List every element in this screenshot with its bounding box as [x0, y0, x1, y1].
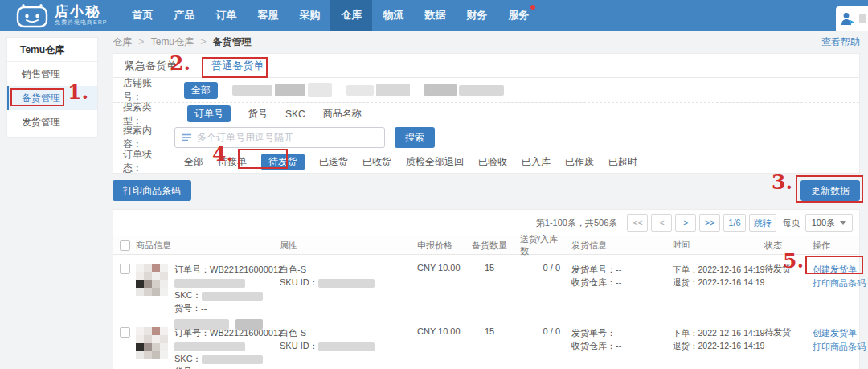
row-checkbox[interactable] [120, 264, 130, 274]
first-page-button[interactable]: << [627, 214, 648, 232]
nav-item-home[interactable]: 首页 [121, 0, 163, 31]
caret-down-icon [840, 221, 846, 225]
return-time: 退货：2022-12-16 14:19 [673, 339, 756, 352]
search-type-product-name[interactable]: 商品名称 [323, 107, 362, 121]
last-page-button[interactable]: >> [699, 214, 720, 232]
prev-page-button[interactable]: < [651, 214, 672, 232]
app-title: 店小秘 [55, 5, 107, 19]
attribute-value: 白色-S [280, 326, 417, 339]
status-badge: 待发货 [756, 263, 813, 275]
search-type-item-no[interactable]: 货号 [248, 107, 268, 121]
per-page-select[interactable]: 100条 [805, 214, 853, 232]
status-timed-out[interactable]: 已超时 [608, 155, 637, 169]
nav-item-logistics[interactable]: 物流 [372, 0, 414, 31]
order-number: 订单号：WB221216000012 [174, 326, 283, 339]
print-barcode-link[interactable]: 打印商品条码 [813, 340, 854, 354]
product-image [136, 264, 168, 296]
jump-page-button[interactable]: 跳转 [749, 214, 776, 232]
header-actions: 操作 [813, 240, 854, 252]
nav-item-label: 首页 [132, 8, 153, 23]
nav-item-label: 采购 [299, 8, 320, 23]
item-number: 货号：-- [174, 301, 283, 314]
sidebar-title: Temu仓库 [7, 38, 97, 62]
filter-panel: 紧急备货单 普通备货单 店铺账号： 全部 搜索类型： 订单号 货号 SKC 商品… [113, 53, 860, 174]
status-qc-all-returned[interactable]: 质检全部退回 [406, 155, 464, 169]
redacted-text [174, 279, 245, 288]
nav-item-label: 仓库 [341, 8, 362, 23]
nav-item-service-desk[interactable]: 客服 [247, 0, 289, 31]
nav-item-orders[interactable]: 订单 [205, 0, 247, 31]
breadcrumb-temu-warehouse[interactable]: Temu仓库 [151, 36, 194, 47]
search-button[interactable]: 搜索 [395, 127, 435, 148]
toolbar: 打印商品条码 更新数据 [113, 180, 860, 203]
create-shipment-link[interactable]: 创建发货单 [813, 326, 854, 340]
filter-search-type-row: 搜索类型： 订单号 货号 SKC 商品名称 [113, 102, 859, 125]
shop-all-chip[interactable]: 全部 [184, 82, 218, 99]
nav-item-products[interactable]: 产品 [163, 0, 205, 31]
search-input-wrapper [174, 127, 385, 148]
product-info-text: 订单号：WB221216000012 SKC： 货号：-- [174, 326, 283, 369]
print-barcode-button[interactable]: 打印商品条码 [113, 180, 191, 201]
nav-item-label: 财务 [466, 8, 487, 23]
notification-dot-icon [530, 5, 535, 10]
tab-normal-stocking[interactable]: 普通备货单 [211, 54, 264, 78]
pagination-summary: 第1-100条，共506条 [536, 217, 618, 229]
status-voided[interactable]: 已作废 [565, 155, 594, 169]
status-in-warehouse[interactable]: 已入库 [522, 155, 551, 169]
nav-item-label: 订单 [215, 8, 236, 23]
sidebar-item-stocking[interactable]: 备货管理 [7, 86, 97, 110]
user-icon [841, 12, 856, 26]
create-shipment-link[interactable]: 创建发货单 [813, 263, 854, 277]
search-type-skc[interactable]: SKC [285, 109, 305, 120]
nav-item-finance[interactable]: 财务 [456, 0, 497, 31]
search-input[interactable] [197, 132, 378, 143]
tab-urgent-stocking[interactable]: 紧急备货单 [125, 54, 177, 78]
nav-item-services[interactable]: 服务 [497, 0, 539, 31]
header-delivered-inbound: 送货/入库数 [514, 233, 563, 257]
status-pending-ship-chip[interactable]: 待发货 [261, 154, 305, 170]
status-delivered[interactable]: 已送货 [319, 155, 348, 169]
user-account-button[interactable] [836, 6, 868, 31]
order-status-label: 订单状态： [123, 148, 170, 175]
nav-item-warehouse[interactable]: 仓库 [330, 0, 372, 31]
help-link[interactable]: 查看帮助 [821, 31, 860, 53]
nav-item-data[interactable]: 数据 [414, 0, 456, 31]
filter-search-content-row: 搜索内容： 搜索 [113, 125, 859, 150]
refresh-data-button[interactable]: 更新数据 [800, 180, 860, 201]
sidebar-item-shipping[interactable]: 发货管理 [7, 110, 97, 134]
header-time: 时间 [668, 240, 756, 251]
nav-item-label: 产品 [174, 8, 194, 23]
app-logo[interactable]: 店小秘 免费跨境电商ERP [16, 2, 107, 28]
order-number: 订单号：WB221216000012 [174, 263, 283, 276]
table-row: 订单号：WB221216000012 SKC： 货号：-- 白色-S SKU I… [113, 255, 859, 318]
skc-label: SKC： [174, 354, 202, 363]
sku-id-label: SKU ID： [280, 277, 318, 287]
nav-item-purchasing[interactable]: 采购 [289, 0, 330, 31]
status-all[interactable]: 全部 [184, 155, 203, 169]
header-product-info: 商品信息 [136, 240, 276, 252]
next-page-button[interactable]: > [675, 214, 696, 232]
redacted-username [859, 14, 866, 23]
order-time: 下单：2022-12-16 14:19 [673, 263, 756, 276]
print-barcode-link[interactable]: 打印商品条码 [813, 277, 854, 290]
row-checkbox[interactable] [120, 327, 130, 338]
app-window: 店小秘 免费跨境电商ERP 首页 产品 订单 客服 采购 仓库 物流 数据 财务… [0, 0, 868, 369]
sidebar-item-sales[interactable]: 销售管理 [7, 62, 97, 86]
status-received[interactable]: 已收货 [362, 155, 391, 169]
breadcrumb-warehouse[interactable]: 仓库 [113, 36, 132, 47]
nav-item-label: 服务 [508, 8, 529, 23]
search-type-order-no[interactable]: 订单号 [187, 105, 231, 122]
sku-id-label: SKU ID： [280, 341, 318, 351]
stock-quantity: 15 [465, 263, 514, 273]
status-pending-accept[interactable]: 待接单 [218, 155, 247, 169]
redacted-shop-name[interactable] [346, 84, 410, 96]
skc-label: SKC： [174, 290, 202, 300]
select-all-checkbox[interactable] [120, 240, 130, 251]
redacted-shop-name[interactable] [232, 83, 332, 97]
redacted-shop-name[interactable] [424, 84, 504, 96]
delivered-inbound-count: 0 / 0 [514, 263, 563, 273]
header-stock-quantity: 备货数量 [465, 240, 514, 252]
status-inspected[interactable]: 已验收 [478, 155, 507, 169]
redacted-sku [318, 342, 375, 351]
breadcrumb-separator-icon: > [138, 36, 144, 47]
